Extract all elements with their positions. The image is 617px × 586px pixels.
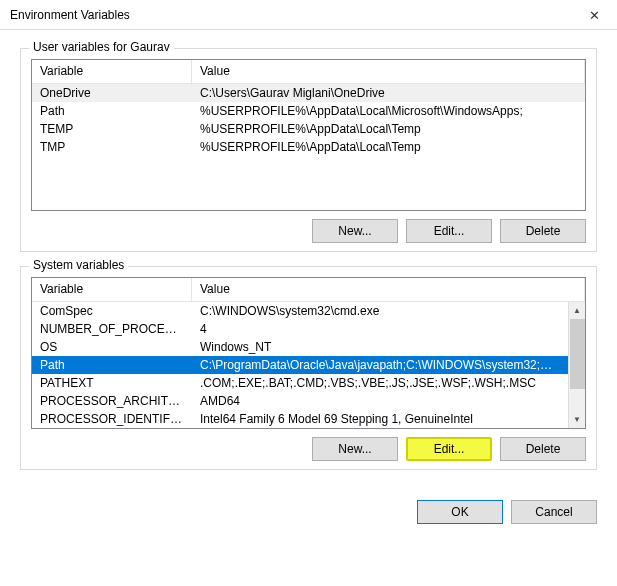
scroll-thumb[interactable] xyxy=(570,319,585,389)
table-row[interactable]: NUMBER_OF_PROCESSORS 4 xyxy=(32,320,568,338)
scroll-down-icon[interactable]: ▼ xyxy=(569,411,585,428)
cell-value: %USERPROFILE%\AppData\Local\Microsoft\Wi… xyxy=(192,103,585,119)
cell-value: Windows_NT xyxy=(192,339,568,355)
user-variables-group: User variables for Gaurav Variable Value… xyxy=(20,48,597,252)
col-header-value[interactable]: Value xyxy=(192,278,585,301)
cell-variable: NUMBER_OF_PROCESSORS xyxy=(32,321,192,337)
system-edit-button[interactable]: Edit... xyxy=(406,437,492,461)
list-body: OneDrive C:\Users\Gaurav Miglani\OneDriv… xyxy=(32,84,585,210)
user-variables-legend: User variables for Gaurav xyxy=(29,40,174,54)
system-variables-legend: System variables xyxy=(29,258,128,272)
table-row[interactable]: ComSpec C:\WINDOWS\system32\cmd.exe xyxy=(32,302,568,320)
user-delete-button[interactable]: Delete xyxy=(500,219,586,243)
cell-value: %USERPROFILE%\AppData\Local\Temp xyxy=(192,139,585,155)
list-header: Variable Value xyxy=(32,278,585,302)
cell-variable: Path xyxy=(32,357,192,373)
system-variables-list[interactable]: Variable Value ComSpec C:\WINDOWS\system… xyxy=(31,277,586,429)
cell-variable: TEMP xyxy=(32,121,192,137)
cancel-button[interactable]: Cancel xyxy=(511,500,597,524)
cell-value: C:\Users\Gaurav Miglani\OneDrive xyxy=(192,85,585,101)
table-row[interactable]: PATHEXT .COM;.EXE;.BAT;.CMD;.VBS;.VBE;.J… xyxy=(32,374,568,392)
user-edit-button[interactable]: Edit... xyxy=(406,219,492,243)
col-header-variable[interactable]: Variable xyxy=(32,278,192,301)
col-header-variable[interactable]: Variable xyxy=(32,60,192,83)
cell-value: 4 xyxy=(192,321,568,337)
cell-variable: PROCESSOR_ARCHITECTURE xyxy=(32,393,192,409)
col-header-value[interactable]: Value xyxy=(192,60,585,83)
cell-variable: TMP xyxy=(32,139,192,155)
list-header: Variable Value xyxy=(32,60,585,84)
cell-variable: OS xyxy=(32,339,192,355)
cell-value: %USERPROFILE%\AppData\Local\Temp xyxy=(192,121,585,137)
table-row[interactable]: TMP %USERPROFILE%\AppData\Local\Temp xyxy=(32,138,585,156)
cell-value: C:\ProgramData\Oracle\Java\javapath;C:\W… xyxy=(192,357,568,373)
dialog-content: User variables for Gaurav Variable Value… xyxy=(0,30,617,494)
cell-variable: Path xyxy=(32,103,192,119)
table-row[interactable]: TEMP %USERPROFILE%\AppData\Local\Temp xyxy=(32,120,585,138)
system-variables-group: System variables Variable Value ComSpec … xyxy=(20,266,597,470)
cell-value: .COM;.EXE;.BAT;.CMD;.VBS;.VBE;.JS;.JSE;.… xyxy=(192,375,568,391)
window-title: Environment Variables xyxy=(10,8,130,22)
cell-variable: OneDrive xyxy=(32,85,192,101)
table-row-selected[interactable]: Path C:\ProgramData\Oracle\Java\javapath… xyxy=(32,356,568,374)
cell-value: Intel64 Family 6 Model 69 Stepping 1, Ge… xyxy=(192,411,568,427)
user-variables-list[interactable]: Variable Value OneDrive C:\Users\Gaurav … xyxy=(31,59,586,211)
user-new-button[interactable]: New... xyxy=(312,219,398,243)
titlebar[interactable]: Environment Variables ✕ xyxy=(0,0,617,30)
close-button[interactable]: ✕ xyxy=(572,0,617,30)
cell-variable: PATHEXT xyxy=(32,375,192,391)
table-row[interactable]: OS Windows_NT xyxy=(32,338,568,356)
close-icon: ✕ xyxy=(589,8,600,23)
user-buttons: New... Edit... Delete xyxy=(31,219,586,243)
table-row[interactable]: Path %USERPROFILE%\AppData\Local\Microso… xyxy=(32,102,585,120)
cell-value: AMD64 xyxy=(192,393,568,409)
cell-variable: ComSpec xyxy=(32,303,192,319)
ok-button[interactable]: OK xyxy=(417,500,503,524)
table-row[interactable]: OneDrive C:\Users\Gaurav Miglani\OneDriv… xyxy=(32,84,585,102)
list-body: ComSpec C:\WINDOWS\system32\cmd.exe NUMB… xyxy=(32,302,585,428)
system-buttons: New... Edit... Delete xyxy=(31,437,586,461)
system-delete-button[interactable]: Delete xyxy=(500,437,586,461)
system-new-button[interactable]: New... xyxy=(312,437,398,461)
scroll-up-icon[interactable]: ▲ xyxy=(569,302,585,319)
vertical-scrollbar[interactable]: ▲ ▼ xyxy=(568,302,585,428)
cell-value: C:\WINDOWS\system32\cmd.exe xyxy=(192,303,568,319)
cell-variable: PROCESSOR_IDENTIFIER xyxy=(32,411,192,427)
dialog-buttons: OK Cancel xyxy=(0,494,617,524)
table-row[interactable]: PROCESSOR_ARCHITECTURE AMD64 xyxy=(32,392,568,410)
table-row[interactable]: PROCESSOR_IDENTIFIER Intel64 Family 6 Mo… xyxy=(32,410,568,428)
